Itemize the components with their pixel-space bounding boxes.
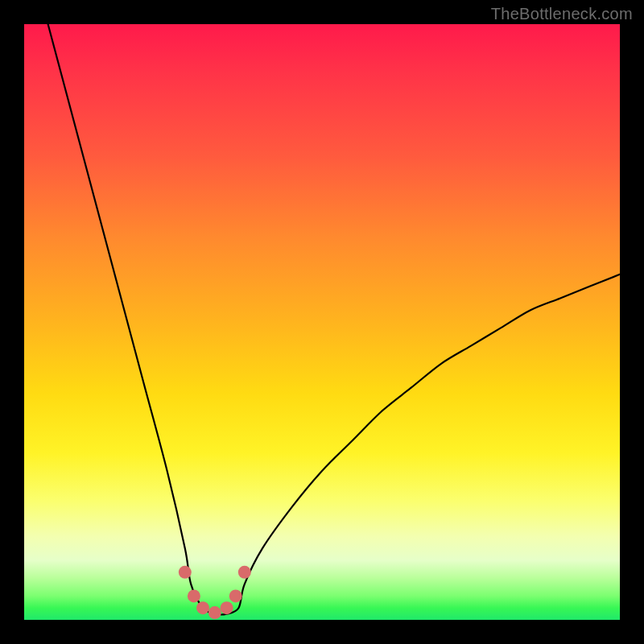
outer-frame: TheBottleneck.com xyxy=(0,0,644,644)
chart-svg xyxy=(24,24,620,620)
marker-group xyxy=(179,566,251,619)
chart-marker xyxy=(179,566,192,579)
chart-marker xyxy=(196,601,209,614)
bottleneck-curve-path xyxy=(48,24,620,614)
plot-area xyxy=(24,24,620,620)
watermark-text: TheBottleneck.com xyxy=(491,5,633,23)
chart-marker xyxy=(188,589,200,602)
chart-marker xyxy=(238,566,251,579)
chart-marker xyxy=(208,606,221,619)
chart-marker xyxy=(221,601,233,614)
chart-marker xyxy=(229,589,242,602)
